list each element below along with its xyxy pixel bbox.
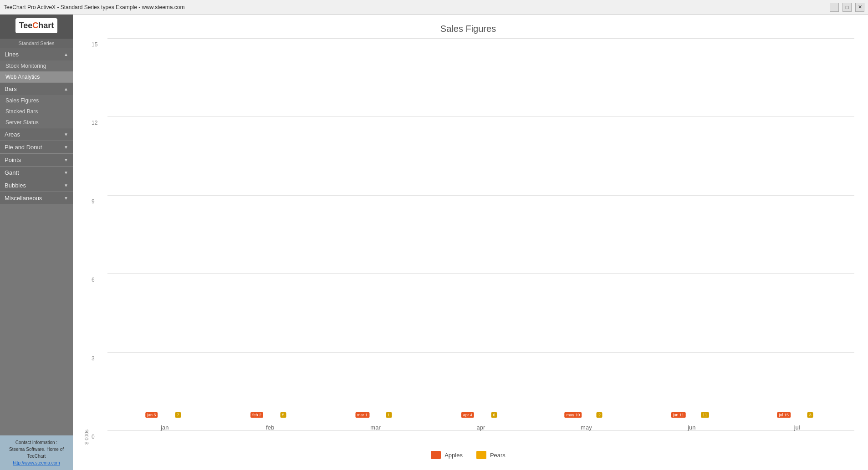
chevron-down-icon-points: ▼ bbox=[64, 157, 68, 162]
sidebar-section-lines-label: Lines bbox=[5, 51, 19, 58]
legend-pears-label: Pears bbox=[490, 452, 505, 459]
bar-group-may: may 10 2 may bbox=[534, 421, 639, 431]
close-button[interactable]: ✕ bbox=[855, 3, 864, 12]
series-label: Standard Series bbox=[0, 39, 73, 48]
window-title: TeeChart Pro ActiveX - Standard Series t… bbox=[4, 4, 185, 10]
sidebar-section-points[interactable]: Points ▼ bbox=[0, 153, 73, 166]
chevron-down-icon-bars: ▲ bbox=[64, 86, 68, 91]
sidebar-section-misc[interactable]: Miscellaneous ▼ bbox=[0, 192, 73, 204]
footer-company: Steema Software. Home of TeeChart bbox=[4, 446, 69, 460]
sidebar-section-bubbles-label: Bubbles bbox=[5, 182, 26, 189]
sidebar-section-bubbles[interactable]: Bubbles ▼ bbox=[0, 179, 73, 192]
chart-container: $ 000s 0 3 6 9 12 15 bbox=[82, 39, 854, 461]
footer-contact: Contact information : bbox=[4, 439, 69, 446]
bar-group-mar: mar 1 1 mar bbox=[323, 421, 428, 431]
month-label-feb: feb bbox=[266, 424, 274, 431]
legend-apples: Apples bbox=[431, 451, 463, 459]
month-label-mar: mar bbox=[370, 424, 380, 431]
title-bar: TeeChart Pro ActiveX - Standard Series t… bbox=[0, 0, 868, 15]
sidebar-section-areas-label: Areas bbox=[5, 131, 20, 138]
sidebar-section-pie-label: Pie and Donut bbox=[5, 144, 42, 151]
bar-group-apr: apr 4 6 apr bbox=[428, 421, 533, 431]
sidebar-item-stock-monitoring[interactable]: Stock Monitoring bbox=[0, 61, 73, 71]
month-label-jul: jul bbox=[794, 424, 800, 431]
sidebar-section-bars[interactable]: Bars ▲ bbox=[0, 82, 73, 95]
chevron-down-icon-gantt: ▼ bbox=[64, 170, 68, 175]
logo-area: TeeChart bbox=[0, 15, 73, 39]
bar-group-jul: jul 15 3 jul bbox=[745, 421, 850, 431]
sidebar-item-stacked-bars[interactable]: Stacked Bars bbox=[0, 106, 73, 117]
chart-area: Sales Figures $ 000s 0 3 6 9 12 15 bbox=[73, 15, 868, 470]
plot-area: 0 3 6 9 12 15 bbox=[107, 39, 854, 431]
chevron-down-icon-areas: ▼ bbox=[64, 132, 68, 137]
maximize-button[interactable]: □ bbox=[842, 3, 852, 12]
chart-inner: $ 000s 0 3 6 9 12 15 bbox=[82, 39, 854, 445]
sidebar-section-gantt[interactable]: Gantt ▼ bbox=[0, 166, 73, 179]
sidebar: TeeChart Standard Series Lines ▲ Stock M… bbox=[0, 15, 73, 470]
logo-box: TeeChart bbox=[15, 18, 58, 33]
logo-text: TeeChart bbox=[19, 21, 54, 30]
chart-title: Sales Figures bbox=[82, 24, 854, 34]
bar-group-jun: jun 11 11 jun bbox=[639, 421, 744, 431]
month-label-apr: apr bbox=[477, 424, 485, 431]
sidebar-section-pie[interactable]: Pie and Donut ▼ bbox=[0, 141, 73, 153]
sidebar-item-sales-figures[interactable]: Sales Figures bbox=[0, 95, 73, 106]
month-label-may: may bbox=[581, 424, 592, 431]
legend-pears: Pears bbox=[476, 451, 505, 459]
chevron-down-icon-pie: ▼ bbox=[64, 145, 68, 150]
legend-apples-label: Apples bbox=[444, 452, 463, 459]
sidebar-item-web-analytics[interactable]: Web Analytics bbox=[0, 71, 73, 82]
minimize-button[interactable]: — bbox=[830, 3, 839, 12]
chart-legend: Apples Pears bbox=[82, 445, 854, 461]
sidebar-section-areas[interactable]: Areas ▼ bbox=[0, 128, 73, 141]
sidebar-section-gantt-label: Gantt bbox=[5, 169, 19, 176]
app-body: TeeChart Standard Series Lines ▲ Stock M… bbox=[0, 15, 868, 470]
sidebar-footer: Contact information : Steema Software. H… bbox=[0, 435, 73, 470]
sidebar-section-lines[interactable]: Lines ▲ bbox=[0, 48, 73, 61]
bar-group-feb: feb 2 5 feb bbox=[217, 421, 322, 431]
window-controls[interactable]: — □ ✕ bbox=[830, 3, 864, 12]
sidebar-section-points-label: Points bbox=[5, 157, 21, 163]
month-label-jan: jan bbox=[161, 424, 168, 431]
footer-url[interactable]: http://www.steema.com bbox=[13, 460, 60, 465]
chevron-down-icon-misc: ▼ bbox=[64, 196, 68, 201]
sidebar-item-server-status[interactable]: Server Status bbox=[0, 117, 73, 128]
sidebar-section-misc-label: Miscellaneous bbox=[5, 195, 42, 202]
bar-group-jan: jan 5 7 jan bbox=[112, 421, 217, 431]
sidebar-section-bars-label: Bars bbox=[5, 86, 17, 92]
y-axis-label: $ 000s bbox=[82, 39, 89, 445]
legend-pears-color bbox=[476, 451, 486, 459]
chevron-down-icon: ▲ bbox=[64, 52, 68, 57]
chevron-down-icon-bubbles: ▼ bbox=[64, 183, 68, 188]
legend-apples-color bbox=[431, 451, 441, 459]
month-label-jun: jun bbox=[688, 424, 695, 431]
